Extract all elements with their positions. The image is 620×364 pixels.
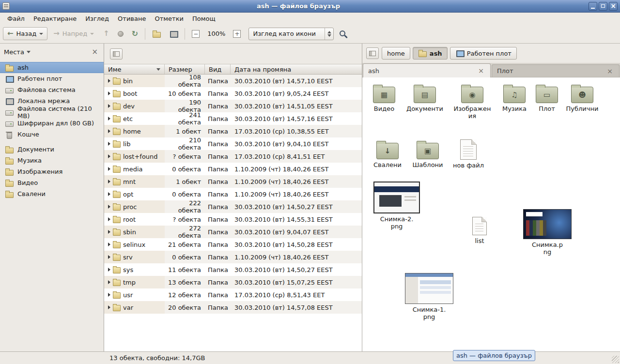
expander-icon[interactable] bbox=[108, 117, 110, 121]
table-row[interactable]: boot 10 обекта Папка 30.03.2010 (вт) 9,0… bbox=[104, 87, 362, 100]
table-row[interactable]: etc 241 обекта Папка 30.03.2010 (вт) 14,… bbox=[104, 112, 362, 125]
expander-icon[interactable] bbox=[108, 180, 110, 183]
combo-spinner[interactable] bbox=[325, 28, 333, 40]
breadcrumb-button[interactable]: ash bbox=[413, 47, 448, 60]
view-mode-select[interactable]: Изглед като икони bbox=[248, 28, 334, 40]
sidebar-dropdown-icon[interactable] bbox=[27, 51, 31, 53]
computer-button[interactable] bbox=[166, 27, 181, 41]
table-row[interactable]: opt 0 обекта Папка 1.10.2009 (чт) 18,40,… bbox=[104, 188, 362, 200]
icon-view-item[interactable]: ▤ Документи bbox=[404, 83, 446, 112]
list-pane-button[interactable] bbox=[110, 48, 123, 60]
sidebar-item[interactable]: ash bbox=[0, 62, 104, 73]
icon-view-item[interactable]: нов файл bbox=[448, 139, 489, 169]
expander-icon[interactable] bbox=[108, 217, 110, 221]
menu-item[interactable]: Отиване bbox=[113, 14, 150, 24]
icon-view-item[interactable]: Снимка-1.png bbox=[404, 273, 454, 320]
titlebar[interactable]: ash — файлов браузър bbox=[0, 0, 620, 13]
table-row[interactable]: sbin 272 обекта Папка 30.03.2010 (вт) 9,… bbox=[104, 226, 362, 238]
expander-icon[interactable] bbox=[108, 268, 110, 272]
expander-icon[interactable] bbox=[108, 154, 110, 158]
sidebar-item[interactable]: Свалени bbox=[0, 188, 104, 199]
sidebar-item[interactable]: Шифриран дял (80 GB) bbox=[0, 118, 104, 129]
table-row[interactable]: dev 190 обекта Папка 30.03.2010 (вт) 14,… bbox=[104, 100, 362, 112]
back-button[interactable]: ← Назад bbox=[3, 27, 47, 40]
sidebar-item[interactable]: Файлова система (210 MB) bbox=[0, 106, 104, 118]
expander-icon[interactable] bbox=[108, 230, 110, 234]
menu-item[interactable]: Файл bbox=[3, 14, 29, 24]
expander-icon[interactable] bbox=[108, 142, 110, 146]
breadcrumb-button[interactable]: home bbox=[382, 47, 410, 60]
expander-icon[interactable] bbox=[108, 167, 110, 171]
icon-view-item[interactable]: ◉ Изображения bbox=[451, 83, 493, 120]
search-button[interactable] bbox=[335, 27, 352, 41]
sidebar-item[interactable]: Работен плот bbox=[0, 73, 104, 84]
icon-view-item[interactable]: Снимка.png bbox=[522, 209, 573, 256]
icon-view-item[interactable]: list bbox=[459, 217, 500, 244]
expander-icon[interactable] bbox=[108, 280, 110, 284]
table-row[interactable]: tmp 13 обекта Папка 30.03.2010 (вт) 15,0… bbox=[104, 276, 362, 288]
column-header-size[interactable]: Размер bbox=[165, 64, 205, 74]
resize-grip[interactable] bbox=[612, 356, 619, 363]
zoom-out-button[interactable]: − bbox=[188, 27, 203, 41]
home-button[interactable] bbox=[149, 27, 164, 41]
expander-icon[interactable] bbox=[108, 243, 110, 246]
sidebar-close-icon[interactable]: × bbox=[90, 48, 100, 56]
expander-icon[interactable] bbox=[108, 79, 110, 83]
menu-item[interactable]: Отметки bbox=[150, 14, 187, 24]
table-row[interactable]: srv 0 обекта Папка 1.10.2009 (чт) 18,40,… bbox=[104, 251, 362, 263]
table-row[interactable]: var 20 обекта Папка 30.03.2010 (вт) 14,5… bbox=[104, 301, 362, 314]
sidebar-item[interactable]: Музика bbox=[0, 155, 104, 166]
table-row[interactable]: mnt 1 обект Папка 1.10.2009 (чт) 18,40,2… bbox=[104, 175, 362, 188]
expander-icon[interactable] bbox=[108, 192, 110, 196]
tab-close-icon[interactable]: × bbox=[477, 67, 485, 75]
maximize-button[interactable] bbox=[599, 2, 607, 11]
expander-icon[interactable] bbox=[108, 255, 110, 259]
icon-view-item[interactable]: ☻ Публични bbox=[561, 83, 603, 112]
expander-icon[interactable] bbox=[108, 293, 110, 297]
icon-view-item[interactable]: Снимка-2.png bbox=[372, 182, 422, 230]
icon-view-item[interactable]: ▦ Видео bbox=[363, 83, 405, 112]
minimize-button[interactable] bbox=[589, 2, 597, 11]
tab-close-icon[interactable]: × bbox=[605, 67, 614, 75]
icon-view-item[interactable]: ↓ Свалени bbox=[367, 139, 408, 168]
table-row[interactable]: proc 222 обекта Папка 30.03.2010 (вт) 14… bbox=[104, 200, 362, 213]
expander-icon[interactable] bbox=[108, 205, 110, 209]
expander-icon[interactable] bbox=[108, 91, 110, 95]
breadcrumb-button[interactable]: Работен плот bbox=[450, 47, 517, 60]
stop-button[interactable] bbox=[114, 28, 127, 40]
column-header-date[interactable]: Дата на промяна bbox=[231, 64, 362, 74]
back-dropdown-icon[interactable] bbox=[39, 33, 43, 35]
menu-item[interactable]: Редактиране bbox=[29, 14, 81, 24]
expander-icon[interactable] bbox=[108, 129, 110, 133]
table-row[interactable]: sys 11 обекта Папка 30.03.2010 (вт) 14,5… bbox=[104, 263, 362, 276]
column-header-type[interactable]: Вид bbox=[205, 64, 231, 74]
table-row[interactable]: selinux 21 обекта Папка 30.03.2010 (вт) … bbox=[104, 238, 362, 251]
table-row[interactable]: bin 108 обекта Папка 30.03.2010 (вт) 14,… bbox=[104, 75, 362, 87]
table-row[interactable]: usr 12 обекта Папка 17.03.2010 (ср) 8,51… bbox=[104, 288, 362, 301]
table-row[interactable]: home 1 обект Папка 17.03.2010 (ср) 10,38… bbox=[104, 125, 362, 137]
menu-item[interactable]: Помощ bbox=[188, 14, 220, 24]
forward-button[interactable]: → Напред bbox=[49, 27, 98, 40]
sidebar-item[interactable]: Файлова система bbox=[0, 84, 104, 95]
zoom-in-button[interactable]: + bbox=[230, 27, 244, 41]
menu-item[interactable]: Изглед bbox=[81, 14, 113, 24]
taskbar-window-button[interactable]: ash — файлов браузър bbox=[453, 350, 535, 361]
icon-area[interactable]: ▦ Видео ▤ Документи ◉ Изображения ♫ Музи… bbox=[362, 77, 620, 351]
table-row[interactable]: media 0 обекта Папка 1.10.2009 (чт) 18,4… bbox=[104, 163, 362, 175]
pathbar-left-button[interactable] bbox=[366, 47, 379, 59]
sidebar-item[interactable]: Видео bbox=[0, 177, 104, 188]
reload-button[interactable]: ↻ bbox=[128, 27, 141, 41]
tab[interactable]: ash × bbox=[363, 63, 491, 77]
sidebar-item[interactable]: Документи bbox=[0, 144, 104, 155]
expander-icon[interactable] bbox=[108, 104, 110, 108]
close-button[interactable] bbox=[609, 2, 618, 11]
column-header-name[interactable]: Име bbox=[104, 64, 165, 74]
table-row[interactable]: root ? обекта Папка 30.03.2010 (вт) 14,5… bbox=[104, 213, 362, 226]
go-up-button[interactable]: ↑ bbox=[100, 27, 113, 40]
expander-icon[interactable] bbox=[108, 305, 110, 309]
table-row[interactable]: lib 210 обекта Папка 30.03.2010 (вт) 9,0… bbox=[104, 137, 362, 150]
sidebar-item[interactable]: Изображения bbox=[0, 166, 104, 177]
table-row[interactable]: lost+found ? обекта Папка 17.03.2010 (ср… bbox=[104, 150, 362, 163]
tab[interactable]: Плот × bbox=[492, 64, 620, 77]
sidebar-item[interactable]: Кошче bbox=[0, 129, 104, 140]
